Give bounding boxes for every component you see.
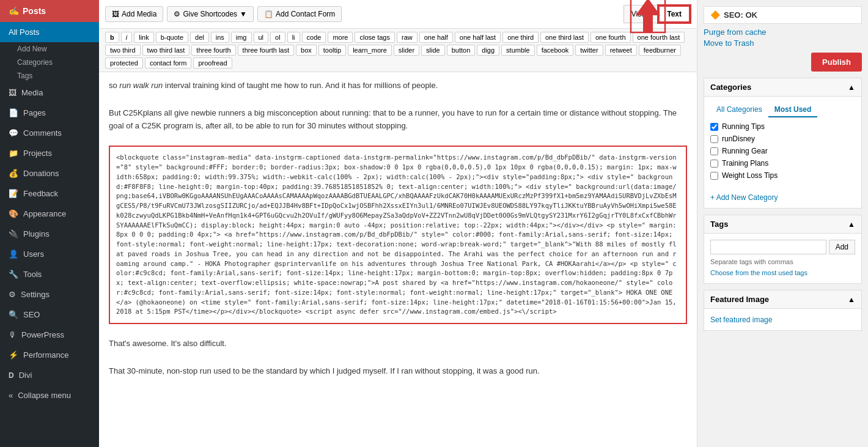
fmt-box[interactable]: box [296, 45, 317, 56]
give-shortcodes-button[interactable]: ⚙ Give Shortcodes ▼ [167, 6, 254, 22]
fmt-feedburner[interactable]: feedburner [639, 45, 681, 56]
fmt-link[interactable]: link [134, 32, 154, 43]
category-training-plans-checkbox[interactable] [710, 160, 718, 168]
fmt-b[interactable]: b [105, 32, 119, 43]
choose-tags-link[interactable]: Choose from the most used tags [710, 269, 807, 276]
most-used-tab[interactable]: Most Used [768, 103, 818, 117]
fmt-stumble[interactable]: stumble [501, 45, 535, 56]
sidebar-item-pages[interactable]: 📄 Pages [0, 103, 99, 123]
fmt-bquote[interactable]: b-quote [156, 32, 188, 43]
comments-icon: 💬 [9, 128, 18, 138]
fmt-digg[interactable]: digg [477, 45, 499, 56]
feedback-icon: 📝 [9, 189, 18, 198]
fmt-img[interactable]: img [231, 32, 252, 43]
plugins-icon: 🔌 [9, 229, 18, 238]
content-paragraph2: But C25Kplans all give newbie runners a … [99, 100, 697, 140]
fmt-close-tags[interactable]: close tags [355, 32, 395, 43]
sidebar-item-plugins[interactable]: 🔌 Plugins [0, 224, 99, 244]
featured-image-panel: Featured Image ▲ Set featured image [704, 290, 862, 331]
tags-toggle[interactable]: ▲ [848, 220, 855, 229]
fmt-twitter[interactable]: twitter [575, 45, 603, 56]
sidebar-item-powerpress[interactable]: 🎙 PowerPress [0, 325, 99, 345]
purge-cache-link[interactable]: Purge from cache [704, 28, 862, 37]
fmt-contact-form[interactable]: contact form [145, 57, 192, 68]
category-rundisney-checkbox[interactable] [710, 135, 718, 143]
fmt-i[interactable]: i [121, 32, 132, 43]
fmt-one-half[interactable]: one half [419, 32, 453, 43]
sidebar-item-seo[interactable]: 🔍 SEO [0, 305, 99, 325]
fmt-two-third[interactable]: two third [105, 45, 141, 56]
sidebar-item-divi[interactable]: D Divi [0, 365, 99, 385]
tags-add-button[interactable]: Add [829, 240, 855, 254]
add-media-button[interactable]: 🖼 Add Media [105, 6, 163, 22]
category-running-gear-checkbox[interactable] [710, 147, 718, 155]
give-shortcodes-label: Give Shortcodes [183, 10, 237, 18]
sidebar-item-label: Media [21, 88, 43, 97]
category-running-tips-checkbox[interactable] [710, 123, 718, 131]
featured-image-panel-header: Featured Image ▲ [704, 290, 861, 309]
fmt-del[interactable]: del [190, 32, 209, 43]
sidebar-item-appearance[interactable]: 🎨 Appearance [0, 204, 99, 224]
fmt-tooltip[interactable]: tooltip [318, 45, 346, 56]
fmt-ins[interactable]: ins [211, 32, 229, 43]
fmt-ol[interactable]: ol [270, 32, 285, 43]
set-featured-image-link[interactable]: Set featured image [710, 316, 772, 324]
all-categories-tab[interactable]: All Categories [710, 103, 768, 117]
category-weight-loss: Weight Loss Tips [710, 171, 855, 180]
add-contact-form-button[interactable]: 📋 Add Contact Form [257, 6, 342, 22]
fmt-two-third-last[interactable]: two third last [142, 45, 190, 56]
sidebar-item-users[interactable]: 👤 Users [0, 244, 99, 264]
fmt-more[interactable]: more [328, 32, 353, 43]
fmt-one-half-last[interactable]: one half last [455, 32, 501, 43]
publish-button[interactable]: Publish [811, 53, 862, 72]
sidebar-item-tags[interactable]: Tags [0, 69, 99, 83]
fmt-facebook[interactable]: facebook [537, 45, 574, 56]
tags-input-row: Add [710, 240, 855, 254]
categories-panel: Categories ▲ All Categories Most Used Ru… [704, 78, 862, 209]
fmt-button[interactable]: button [447, 45, 476, 56]
sidebar-item-feedback[interactable]: 📝 Feedback [0, 183, 99, 204]
fmt-protected[interactable]: protected [105, 57, 143, 68]
fmt-one-third-last[interactable]: one third last [540, 32, 589, 43]
sidebar-item-projects[interactable]: 📁 Projects [0, 143, 99, 163]
category-weight-loss-checkbox[interactable] [710, 172, 718, 180]
fmt-learn-more[interactable]: learn_more [348, 45, 392, 56]
move-trash-link[interactable]: Move to Trash [704, 39, 862, 48]
fmt-one-fourth[interactable]: one fourth [590, 32, 631, 43]
shortcodes-icon: ⚙ [174, 10, 180, 18]
fmt-three-fourth[interactable]: three fourth [191, 45, 235, 56]
categories-toggle[interactable]: ▲ [848, 83, 855, 92]
fmt-three-fourth-last[interactable]: three fourth last [238, 45, 294, 56]
dropdown-icon: ▼ [240, 10, 247, 18]
appearance-icon: 🎨 [9, 209, 18, 218]
sidebar-item-all-posts[interactable]: All Posts [0, 22, 99, 42]
sidebar-item-comments[interactable]: 💬 Comments [0, 123, 99, 143]
fmt-slider[interactable]: slider [394, 45, 419, 56]
sidebar-item-collapse[interactable]: « Collapse menu [0, 385, 99, 405]
add-media-icon: 🖼 [112, 10, 119, 18]
category-training-plans: Training Plans [710, 159, 855, 168]
sidebar-links: Purge from cache Move to Trash [704, 28, 862, 48]
fmt-li[interactable]: li [287, 32, 300, 43]
fmt-slide[interactable]: slide [421, 45, 445, 56]
sidebar-item-settings[interactable]: ⚙ Settings [0, 284, 99, 305]
sidebar-item-donations[interactable]: 💰 Donations [0, 163, 99, 183]
sidebar-item-tools[interactable]: 🔧 Tools [0, 264, 99, 284]
fmt-one-third[interactable]: one third [502, 32, 539, 43]
sidebar-item-media[interactable]: 🖼 Media [0, 83, 99, 103]
featured-image-toggle[interactable]: ▲ [848, 295, 855, 304]
sidebar-item-performance[interactable]: ⚡ Performance [0, 345, 99, 365]
code-block[interactable]: <blockquote class="instagram-media" data… [109, 146, 687, 324]
sidebar-item-categories[interactable]: Categories [0, 56, 99, 69]
fmt-code[interactable]: code [302, 32, 326, 43]
fmt-raw[interactable]: raw [397, 32, 417, 43]
fmt-ul[interactable]: ul [254, 32, 269, 43]
tags-input[interactable] [710, 240, 826, 254]
seo-label: SEO: OK [724, 10, 757, 20]
add-category-link[interactable]: + Add New Category [710, 193, 778, 202]
fmt-retweet[interactable]: retweet [605, 45, 637, 56]
fmt-proofread[interactable]: proofread [193, 57, 232, 68]
sidebar-item-add-new[interactable]: Add New [0, 42, 99, 56]
main-content: 🖼 Add Media ⚙ Give Shortcodes ▼ 📋 Add Co… [99, 0, 868, 447]
seo-bar: 🔶 SEO: OK [704, 6, 862, 24]
